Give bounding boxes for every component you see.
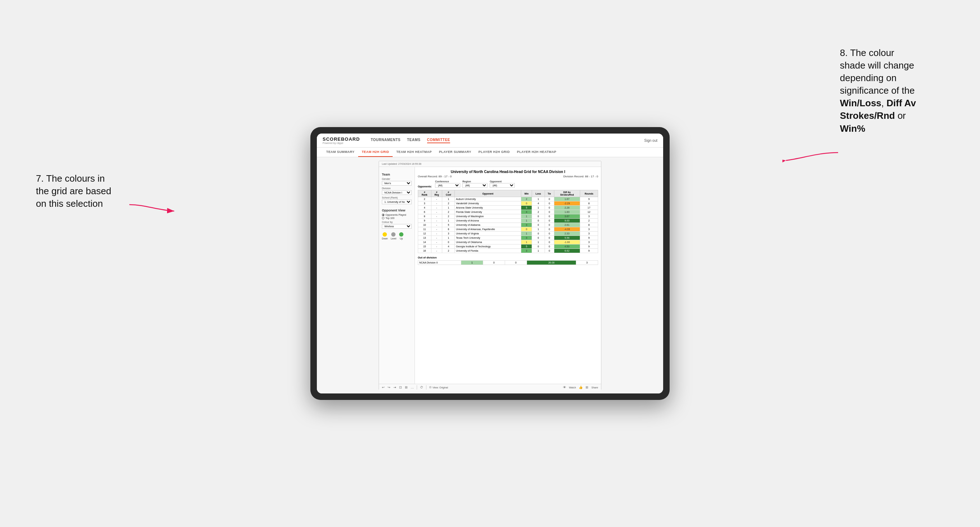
left-panel: Team Gender Men's Division NCAA Division… <box>379 167 415 384</box>
division-select[interactable]: NCAA Division I <box>382 190 412 195</box>
radio-opponents-played[interactable]: Opponents Played <box>382 214 412 216</box>
cell-tie: 0 <box>545 227 554 232</box>
tableau-body: Team Gender Men's Division NCAA Division… <box>379 167 601 384</box>
grid-icon[interactable]: ⊞ <box>405 386 408 389</box>
cell-loss: 1 <box>532 206 545 210</box>
cell-rank: 2 <box>418 197 431 202</box>
tableau-bottom-bar: ↩ ↪ ⇥ ⊡ ⊞ … ⏱ ⊡ View: Original 👁 Wat <box>379 384 601 390</box>
cell-div-win: 1 <box>461 260 483 265</box>
legend-level-circle <box>391 232 396 237</box>
opponent-select[interactable]: (All) <box>490 183 515 188</box>
radio-dot-opponents-played <box>382 214 384 216</box>
cell-opponent: University of Alabama <box>455 223 521 227</box>
cell-diff: -2.29 <box>554 202 580 206</box>
cell-win: 3 <box>521 236 532 240</box>
cell-rounds: 3 <box>580 214 598 219</box>
table-row: 12 - 3 University of Virginia 1 0 0 2.33… <box>418 232 598 236</box>
tab-team-h2h-heatmap[interactable]: TEAM H2H HEATMAP <box>393 148 435 157</box>
cell-conf: 2 <box>442 202 455 206</box>
cell-win: 1 <box>521 214 532 219</box>
nav-committee[interactable]: COMMITTEE <box>427 138 450 143</box>
cell-conf: 0 <box>442 240 455 244</box>
share-grid-icon[interactable]: ⊞ <box>585 386 589 389</box>
cell-diff: 4.50 <box>554 244 580 249</box>
cell-win: 2 <box>521 197 532 202</box>
cell-tie: 0 <box>545 236 554 240</box>
sub-nav: TEAM SUMMARY TEAM H2H GRID TEAM H2H HEAT… <box>317 148 663 157</box>
region-select[interactable]: (All) <box>462 183 487 188</box>
col-rounds: Rounds <box>580 190 598 197</box>
filter-row: Opponents: Conference (All) Region ( <box>418 180 598 188</box>
cell-rounds: 2 <box>580 219 598 223</box>
col-reg: #Reg <box>431 190 442 197</box>
thumbs-up-icon[interactable]: 👍 <box>579 386 583 389</box>
data-table: #Rank #Reg #Conf Opponent Win Loss Tie D… <box>418 190 598 253</box>
nav-links: TOURNAMENTS TEAMS COMMITTEE <box>371 138 637 143</box>
radio-top-100[interactable]: Top 100 <box>382 217 412 219</box>
cell-rounds: 9 <box>580 249 598 253</box>
tab-player-summary[interactable]: PLAYER SUMMARY <box>435 148 475 157</box>
sign-out-link[interactable]: Sign out <box>644 138 657 143</box>
annotation-right-text: 8. The colourshade will changedepending … <box>840 48 916 134</box>
forward-icon[interactable]: ⇥ <box>393 386 396 389</box>
table-body: 2 - 1 Auburn University 2 1 0 1.67 9 3 -… <box>418 197 598 253</box>
out-div-body: NCAA Division II 1 0 0 26.00 3 <box>418 260 598 265</box>
radio-dot-top-100 <box>382 217 384 219</box>
legend-level-label: Level <box>391 237 396 240</box>
undo-icon[interactable]: ↩ <box>382 386 385 389</box>
cell-reg: - <box>431 236 442 240</box>
colour-by-select[interactable]: Win/loss <box>382 224 412 229</box>
cell-diff: 9.00 <box>554 219 580 223</box>
cell-tie: 0 <box>545 223 554 227</box>
cell-rank: 13 <box>418 236 431 240</box>
camera-icon[interactable]: ⊡ <box>399 386 402 389</box>
cell-loss: 0 <box>532 223 545 227</box>
cell-win: 4 <box>521 210 532 214</box>
cell-win: 0 <box>521 202 532 206</box>
tab-team-h2h-grid[interactable]: TEAM H2H GRID <box>358 148 393 157</box>
opponent-view-label: Opponent View <box>382 209 412 212</box>
table-row: 4 - 1 Arizona State University 5 1 0 2.2… <box>418 206 598 210</box>
more-icon[interactable]: … <box>410 386 414 389</box>
nav-teams[interactable]: TEAMS <box>407 138 421 143</box>
cell-rank: 10 <box>418 223 431 227</box>
conference-select[interactable]: (All) <box>435 183 460 188</box>
cell-win: 3 <box>521 249 532 253</box>
table-row: 2 - 1 Auburn University 2 1 0 1.67 9 <box>418 197 598 202</box>
cell-opponent: University of Florida <box>455 249 521 253</box>
redo-icon[interactable]: ↪ <box>388 386 390 389</box>
cell-diff: 2.33 <box>554 232 580 236</box>
cell-rank: 11 <box>418 227 431 232</box>
cell-reg: - <box>431 240 442 244</box>
tab-player-h2h-grid[interactable]: PLAYER H2H GRID <box>475 148 513 157</box>
logo-sub: Powered by clippd <box>323 142 360 144</box>
opponent-filter: Opponent (All) <box>490 180 515 188</box>
cell-tie: 0 <box>545 240 554 244</box>
main-content: Last Updated: 27/03/2024 16:55:38 Team G… <box>317 157 663 394</box>
school-select[interactable]: 1. University of Nort... <box>382 200 412 204</box>
cell-rank: 4 <box>418 206 431 210</box>
tab-team-summary[interactable]: TEAM SUMMARY <box>323 148 358 157</box>
col-opponent: Opponent <box>455 190 521 197</box>
share-label[interactable]: Share <box>591 386 598 389</box>
cell-tie: 0 <box>545 202 554 206</box>
nav-tournaments[interactable]: TOURNAMENTS <box>371 138 401 143</box>
cell-rank: 8 <box>418 214 431 219</box>
cell-rounds: 12 <box>580 210 598 214</box>
view-original-button[interactable]: ⊡ View: Original <box>429 386 448 389</box>
cell-conf: 1 <box>442 197 455 202</box>
cell-reg: - <box>431 232 442 236</box>
tableau-container: Last Updated: 27/03/2024 16:55:38 Team G… <box>379 161 601 390</box>
cell-reg: - <box>431 197 442 202</box>
tab-player-h2h-heatmap[interactable]: PLAYER H2H HEATMAP <box>513 148 560 157</box>
clock-icon[interactable]: ⏱ <box>420 386 423 389</box>
cell-diff: 2.28 <box>554 206 580 210</box>
gender-select[interactable]: Men's <box>382 181 412 186</box>
table-row: 10 - 5 University of Alabama 3 0 0 2.61 … <box>418 223 598 227</box>
top-nav: SCOREBOARD Powered by clippd TOURNAMENTS… <box>317 133 663 148</box>
cell-reg: - <box>431 206 442 210</box>
cell-diff: 6.62 <box>554 249 580 253</box>
cell-opponent: University of Oklahoma <box>455 240 521 244</box>
watch-label[interactable]: Watch <box>569 386 576 389</box>
cell-rounds: 3 <box>580 232 598 236</box>
